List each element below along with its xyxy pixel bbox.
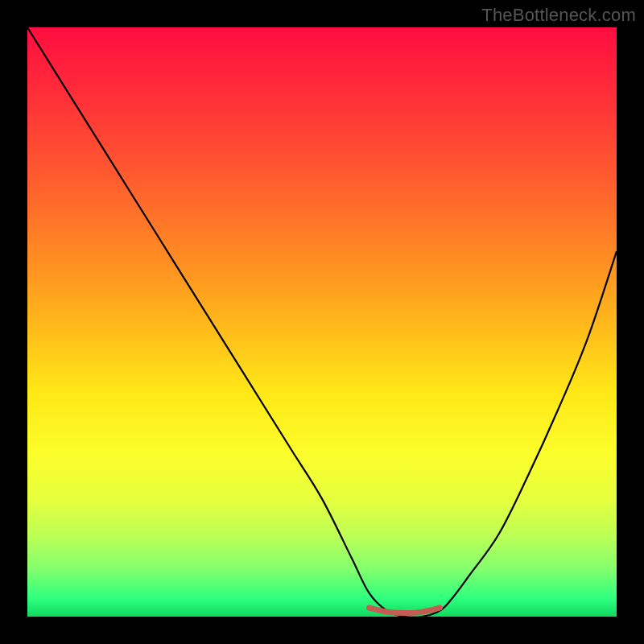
plot-area: [27, 27, 617, 617]
accent-segment: [369, 608, 440, 613]
curve-svg: [27, 27, 617, 617]
bottleneck-curve: [27, 27, 617, 617]
watermark-text: TheBottleneck.com: [481, 5, 636, 26]
chart-frame: TheBottleneck.com: [0, 0, 644, 644]
